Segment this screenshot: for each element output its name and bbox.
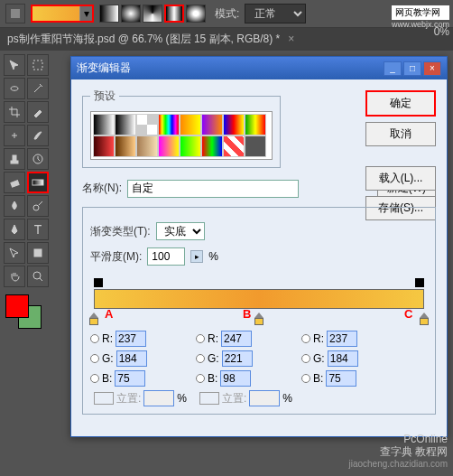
stamp-tool-icon[interactable]	[4, 148, 25, 170]
radial-gradient-button[interactable]	[121, 5, 141, 23]
channel-radio[interactable]	[90, 354, 99, 363]
hand-tool-icon[interactable]	[4, 266, 25, 287]
preset-swatch[interactable]	[245, 135, 266, 157]
opacity-stop-left[interactable]	[94, 278, 103, 287]
channel-input[interactable]	[115, 370, 145, 387]
zoom-tool-icon[interactable]	[27, 266, 49, 287]
gradient-settings-group: 渐变类型(T): 实底 平滑度(M): ▸ % ABC R:G:B:立置:%R:…	[82, 207, 436, 415]
shape-tool-icon[interactable]	[27, 242, 49, 264]
preset-swatch[interactable]	[136, 114, 158, 135]
pen-tool-icon[interactable]	[4, 219, 25, 240]
cancel-button[interactable]: 取消	[365, 122, 436, 146]
channel-input[interactable]	[327, 331, 357, 347]
preset-swatch[interactable]	[115, 114, 136, 135]
smoothness-input[interactable]	[147, 247, 185, 266]
opacity-stop-right[interactable]	[415, 278, 424, 287]
close-button[interactable]: ×	[423, 61, 441, 76]
blur-tool-icon[interactable]	[4, 195, 25, 217]
marquee-tool-icon[interactable]	[27, 54, 49, 76]
channel-radio[interactable]	[301, 374, 310, 383]
channel-input[interactable]	[328, 350, 358, 367]
eyedropper-tool-icon[interactable]	[27, 101, 49, 123]
tool-preset-icon[interactable]	[5, 4, 25, 23]
color-mini-swatch[interactable]	[199, 392, 219, 405]
color-stop[interactable]	[420, 313, 429, 323]
preset-swatch[interactable]	[93, 135, 115, 157]
preset-swatch[interactable]	[245, 114, 266, 135]
color-stop[interactable]	[89, 313, 98, 323]
preset-swatch[interactable]	[180, 135, 201, 157]
svg-rect-0	[11, 9, 20, 18]
channel-input[interactable]	[116, 331, 146, 347]
gradient-bar[interactable]: ABC	[94, 278, 424, 323]
linear-gradient-button[interactable]	[99, 5, 119, 23]
maximize-button[interactable]: □	[403, 61, 421, 76]
blend-mode-select[interactable]: 正常	[245, 4, 306, 23]
diamond-gradient-button[interactable]	[186, 5, 206, 23]
channel-input[interactable]	[220, 370, 251, 387]
document-tab[interactable]: ps制作重阳节海报.psd @ 66.7% (图层 15 副本, RGB/8) …	[0, 28, 453, 51]
channel-radio[interactable]	[196, 354, 205, 363]
svg-rect-3	[13, 155, 16, 161]
type-tool-icon[interactable]: T	[27, 219, 49, 240]
channel-input[interactable]	[221, 331, 252, 347]
channel-radio[interactable]	[90, 334, 99, 343]
move-tool-icon[interactable]	[4, 54, 25, 76]
channel-radio[interactable]	[90, 374, 99, 383]
close-icon[interactable]: ×	[288, 33, 294, 45]
name-label: 名称(N):	[82, 181, 122, 196]
channel-input[interactable]	[222, 350, 253, 367]
brush-tool-icon[interactable]	[27, 125, 49, 146]
foreground-color-swatch[interactable]	[5, 294, 29, 318]
location-input[interactable]	[143, 390, 174, 406]
preset-swatch[interactable]	[136, 135, 158, 157]
preset-swatch[interactable]	[158, 114, 180, 135]
smoothness-flyout-icon[interactable]: ▸	[190, 250, 203, 263]
dialog-titlebar[interactable]: 渐变编辑器 _ □ ×	[71, 57, 447, 79]
channel-radio[interactable]	[196, 374, 205, 383]
watermark-top: 网页教学网 www.webjx.com 0%	[392, 5, 449, 29]
preset-swatch[interactable]	[223, 135, 245, 157]
load-button[interactable]: 载入(L)...	[365, 166, 436, 191]
preset-swatch[interactable]	[201, 114, 223, 135]
dodge-tool-icon[interactable]	[27, 195, 49, 217]
gradient-tool-icon[interactable]	[27, 172, 49, 193]
wand-tool-icon[interactable]	[27, 78, 49, 99]
eraser-tool-icon[interactable]	[4, 172, 25, 193]
history-brush-icon[interactable]	[27, 148, 49, 170]
location-input[interactable]	[249, 390, 280, 406]
channel-radio[interactable]	[301, 334, 310, 343]
preset-swatch[interactable]	[115, 135, 136, 157]
stop-label: A	[105, 307, 113, 321]
ok-button[interactable]: 确定	[365, 90, 436, 117]
gradient-type-buttons	[99, 5, 206, 23]
stop-label: B	[243, 307, 251, 321]
channel-input[interactable]	[326, 370, 356, 387]
color-stop[interactable]	[254, 313, 263, 323]
crop-tool-icon[interactable]	[4, 101, 25, 123]
preset-swatch[interactable]	[201, 135, 223, 157]
preset-swatch[interactable]	[180, 114, 201, 135]
preset-grid[interactable]	[90, 111, 273, 160]
chevron-down-icon[interactable]: ▾	[79, 6, 92, 21]
watermark-bottom: PcOnline 查字典 教程网 jiaocheng.chazidian.com	[348, 433, 448, 471]
channel-input[interactable]	[116, 350, 147, 367]
color-swatches[interactable]	[4, 294, 49, 334]
lasso-tool-icon[interactable]	[4, 78, 25, 99]
healing-tool-icon[interactable]	[4, 125, 25, 146]
preset-swatch[interactable]	[93, 114, 115, 135]
gradient-preview-dropdown[interactable]: ▾	[31, 5, 94, 23]
path-tool-icon[interactable]	[4, 242, 25, 264]
minimize-button[interactable]: _	[384, 61, 402, 76]
channel-radio[interactable]	[301, 354, 310, 363]
svg-rect-8	[34, 249, 42, 257]
gradient-type-select[interactable]: 实底	[156, 222, 205, 240]
stop-label: C	[404, 307, 412, 321]
preset-swatch[interactable]	[223, 114, 245, 135]
channel-radio[interactable]	[196, 334, 205, 343]
color-mini-swatch[interactable]	[94, 392, 114, 405]
gradient-name-input[interactable]	[127, 180, 299, 198]
angle-gradient-button[interactable]	[143, 5, 162, 23]
preset-swatch[interactable]	[158, 135, 180, 157]
reflected-gradient-button[interactable]	[164, 5, 184, 23]
